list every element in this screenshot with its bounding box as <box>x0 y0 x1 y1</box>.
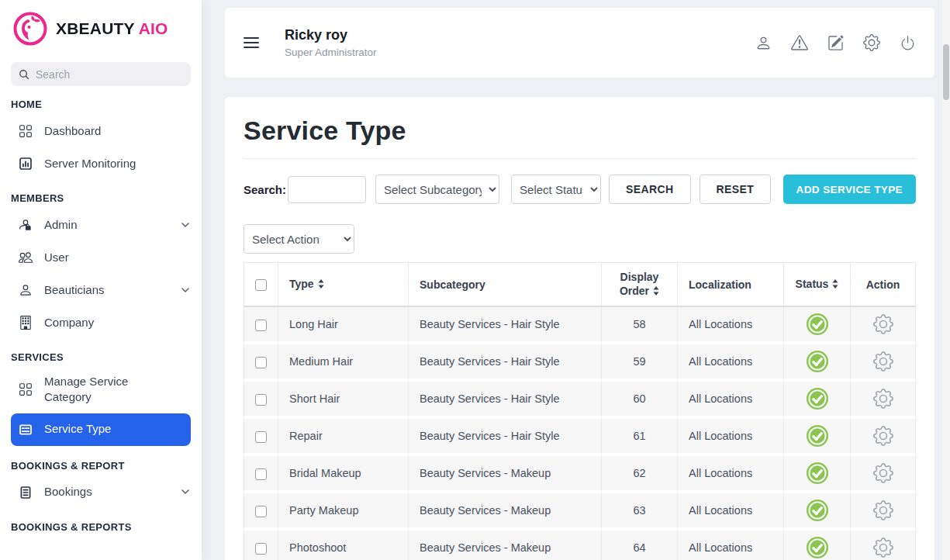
chevron-down-icon <box>181 288 189 293</box>
row-checkbox[interactable] <box>255 394 267 406</box>
status-cell <box>783 307 850 344</box>
user-name: Ricky roy <box>285 27 377 43</box>
table-header-row: Type Subcategory Display Order Localizat… <box>244 262 916 307</box>
row-select-cell <box>244 307 278 344</box>
user-icon[interactable] <box>755 35 772 51</box>
sidebar-item-admin[interactable]: Admin <box>0 209 202 241</box>
subcategory-cell: Beauty Services - Hair Style <box>408 344 601 382</box>
service-type-table: Type Subcategory Display Order Localizat… <box>244 262 916 560</box>
type-cell: Medium Hair <box>278 344 408 382</box>
column-header-subcategory: Subcategory <box>408 262 601 307</box>
row-settings-gear-icon[interactable] <box>873 389 893 409</box>
status-active-icon[interactable] <box>806 499 829 522</box>
column-header-type[interactable]: Type <box>278 262 408 307</box>
bar-chart-icon <box>19 157 33 171</box>
power-icon[interactable] <box>900 35 916 51</box>
status-cell <box>783 531 850 560</box>
display-order-cell: 61 <box>601 419 677 456</box>
status-cell <box>783 344 850 382</box>
row-select-cell <box>244 493 278 531</box>
column-header-display-order[interactable]: Display Order <box>601 262 677 307</box>
status-active-icon[interactable] <box>806 387 829 410</box>
row-settings-gear-icon[interactable] <box>873 426 893 446</box>
column-header-action: Action <box>850 262 916 307</box>
status-active-icon[interactable] <box>806 461 829 485</box>
warning-icon[interactable] <box>791 34 808 51</box>
user-block: Ricky roy Super Administrator <box>285 27 377 58</box>
status-active-icon[interactable] <box>806 313 829 336</box>
sidebar-item-server-monitoring[interactable]: Server Monitoring <box>0 147 202 180</box>
subcategory-select[interactable]: Select Subcategory <box>375 175 499 204</box>
table-row: Short Hair Beauty Services - Hair Style … <box>244 382 916 419</box>
sidebar-item-manage-service-category[interactable]: Manage Service Category <box>0 368 202 412</box>
status-select[interactable]: Select Status <box>511 175 601 204</box>
status-active-icon[interactable] <box>806 350 829 373</box>
row-settings-gear-icon[interactable] <box>873 314 893 334</box>
row-checkbox[interactable] <box>255 320 267 331</box>
section-label-services: SERVICES <box>0 339 202 368</box>
main-area: Ricky roy Super Administrator Service Ty… <box>202 8 950 560</box>
row-select-cell <box>244 382 278 419</box>
reset-button[interactable]: RESET <box>700 175 772 204</box>
subcategory-cell: Beauty Services - Hair Style <box>408 419 601 456</box>
sidebar-search-input[interactable] <box>36 68 183 81</box>
action-cell <box>850 419 916 456</box>
search-input[interactable] <box>288 176 366 203</box>
brand-logo-icon <box>12 11 48 47</box>
action-cell <box>850 344 916 382</box>
sort-icon <box>318 278 324 292</box>
column-header-localization: Localization <box>677 262 783 307</box>
sidebar-item-service-type[interactable]: Service Type <box>11 413 191 446</box>
sidebar-item-user[interactable]: User <box>0 241 202 274</box>
settings-icon[interactable] <box>863 34 880 51</box>
status-active-icon[interactable] <box>806 424 829 448</box>
display-order-cell: 64 <box>601 531 677 560</box>
row-checkbox[interactable] <box>255 431 267 443</box>
memo-icon[interactable] <box>827 35 844 51</box>
sidebar-item-bookings[interactable]: Bookings <box>0 476 202 509</box>
search-button[interactable]: SEARCH <box>609 175 691 204</box>
page-scrollbar-thumb[interactable] <box>943 44 949 100</box>
row-settings-gear-icon[interactable] <box>873 538 893 558</box>
chevron-down-icon <box>181 489 189 495</box>
select-all-checkbox[interactable] <box>255 279 267 291</box>
row-checkbox[interactable] <box>255 468 267 480</box>
section-label-home: HOME <box>0 86 202 115</box>
type-cell: Party Makeup <box>278 493 408 531</box>
subcategory-cell: Beauty Services - Hair Style <box>408 307 601 344</box>
section-label-bookings-report: BOOKINGS & REPORT <box>0 448 202 476</box>
action-cell <box>850 307 916 344</box>
display-order-cell: 60 <box>601 382 677 419</box>
sidebar-search[interactable] <box>11 62 191 86</box>
hamburger-menu-icon[interactable] <box>244 37 259 49</box>
localization-cell: All Locations <box>677 493 783 531</box>
topbar-icons <box>755 34 916 51</box>
subcategory-cell: Beauty Services - Hair Style <box>408 382 601 419</box>
sidebar: XBEAUTY AIO HOME Dashboard Server Monito… <box>0 0 202 560</box>
sidebar-item-dashboard[interactable]: Dashboard <box>0 115 202 147</box>
brand-logo[interactable]: XBEAUTY AIO <box>0 0 202 56</box>
localization-cell: All Locations <box>677 307 783 344</box>
bulk-action-select[interactable]: Select Action <box>244 224 354 254</box>
row-checkbox[interactable] <box>255 543 267 555</box>
column-header-status[interactable]: Status <box>783 262 850 307</box>
person-lock-icon <box>19 218 33 232</box>
sidebar-item-company[interactable]: Company <box>0 306 202 339</box>
type-cell: Repair <box>278 419 408 456</box>
subcategory-cell: Beauty Services - Makeup <box>408 456 601 493</box>
type-cell: Short Hair <box>278 382 408 419</box>
people-icon <box>19 251 33 264</box>
add-service-type-button[interactable]: ADD SERVICE TYPE <box>783 175 916 204</box>
sidebar-item-beauticians[interactable]: Beauticians <box>0 274 202 306</box>
page-scrollbar-track[interactable] <box>942 0 950 560</box>
content-card: Service Type Search: Select Subcategory … <box>225 97 934 560</box>
row-settings-gear-icon[interactable] <box>873 463 893 483</box>
table-row: Long Hair Beauty Services - Hair Style 5… <box>244 307 916 344</box>
row-checkbox[interactable] <box>255 506 267 517</box>
type-cell: Bridal Makeup <box>278 456 408 493</box>
row-settings-gear-icon[interactable] <box>873 500 893 520</box>
row-settings-gear-icon[interactable] <box>873 351 893 372</box>
status-active-icon[interactable] <box>806 536 829 559</box>
document-icon <box>19 486 33 500</box>
row-checkbox[interactable] <box>255 357 267 368</box>
